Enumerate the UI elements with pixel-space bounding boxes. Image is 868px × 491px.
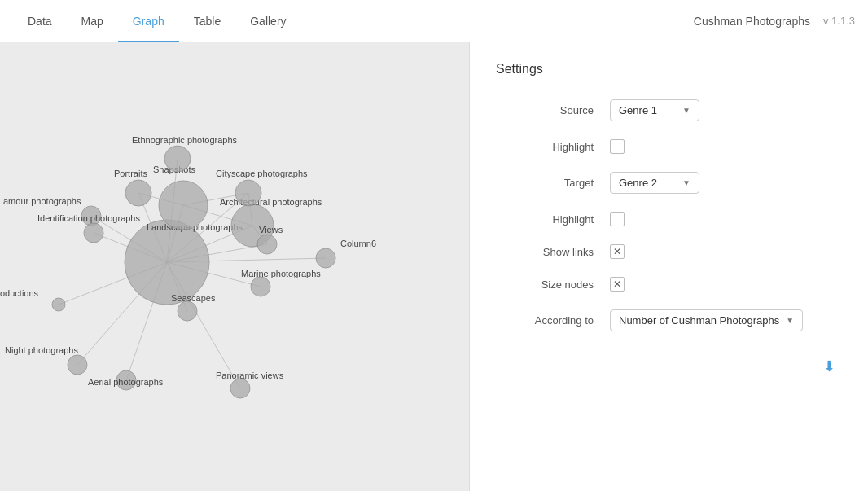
svg-text:Aerial photographs: Aerial photographs <box>88 377 164 387</box>
target-highlight-label: Highlight <box>496 213 594 226</box>
nav-item-gallery[interactable]: Gallery <box>235 0 300 42</box>
show-links-label: Show links <box>496 246 594 258</box>
target-label: Target <box>496 177 594 189</box>
svg-text:oductions: oductions <box>0 288 39 298</box>
svg-text:Ethnographic photographs: Ethnographic photographs <box>132 135 238 145</box>
size-nodes-control: ✕ <box>610 277 625 292</box>
settings-title: Settings <box>496 62 842 77</box>
according-to-label: According to <box>496 314 594 327</box>
target-dropdown[interactable]: Genre 2 ▼ <box>610 172 699 194</box>
nav-label-data: Data <box>28 15 52 28</box>
source-highlight-control <box>610 139 625 154</box>
according-to-arrow: ▼ <box>786 316 794 325</box>
svg-text:Cityscape photographs: Cityscape photographs <box>216 169 308 178</box>
svg-text:Night photographs: Night photographs <box>5 345 78 355</box>
size-nodes-checkbox[interactable]: ✕ <box>610 277 625 292</box>
target-highlight-control <box>610 212 625 226</box>
size-nodes-row: Size nodes ✕ <box>496 277 842 292</box>
nav-label-table: Table <box>194 15 221 28</box>
according-to-dropdown[interactable]: Number of Cushman Photographs ▼ <box>610 309 803 331</box>
svg-text:Marine photographs: Marine photographs <box>241 269 321 278</box>
nav-item-data[interactable]: Data <box>13 0 67 42</box>
according-to-control: Number of Cushman Photographs ▼ <box>610 309 803 331</box>
app-title: Cushman Photographs <box>694 15 810 28</box>
source-label: Source <box>496 104 594 116</box>
target-value: Genre 2 <box>619 177 657 189</box>
nav-label-gallery: Gallery <box>250 15 286 28</box>
nav-item-map[interactable]: Map <box>67 0 118 42</box>
source-row: Source Genre 1 ▼ <box>496 99 842 121</box>
svg-point-36 <box>257 235 277 254</box>
source-highlight-checkbox[interactable] <box>610 139 625 154</box>
nav-label-map: Map <box>81 15 103 28</box>
svg-point-30 <box>235 180 261 206</box>
according-to-row: According to Number of Cushman Photograp… <box>496 309 842 331</box>
nav-label-graph: Graph <box>133 15 164 28</box>
svg-point-50 <box>52 298 65 311</box>
show-links-checkbox[interactable]: ✕ <box>610 244 625 259</box>
svg-point-40 <box>251 277 270 296</box>
svg-point-48 <box>68 355 87 375</box>
target-highlight-checkbox[interactable] <box>610 212 625 226</box>
main-content: Landscape photographsSnapshotsArchitectu… <box>0 42 868 491</box>
graph-area[interactable]: Landscape photographsSnapshotsArchitectu… <box>0 42 469 491</box>
source-highlight-label: Highlight <box>496 141 594 153</box>
svg-text:Column6: Column6 <box>340 239 376 248</box>
show-links-control: ✕ <box>610 244 625 259</box>
target-dropdown-arrow: ▼ <box>682 178 690 187</box>
app-version: v 1.1.3 <box>823 15 855 27</box>
svg-point-26 <box>125 180 151 206</box>
target-row: Target Genre 2 ▼ <box>496 172 842 194</box>
svg-point-42 <box>178 301 197 321</box>
settings-panel: Settings Source Genre 1 ▼ Highlight Targ… <box>469 42 868 491</box>
source-control: Genre 1 ▼ <box>610 99 699 121</box>
svg-text:amour photographs: amour photographs <box>3 196 81 206</box>
svg-text:Identification photographs: Identification photographs <box>37 213 140 223</box>
svg-point-28 <box>164 146 191 172</box>
graph-svg: Landscape photographsSnapshotsArchitectu… <box>0 42 469 491</box>
svg-point-38 <box>316 248 335 268</box>
svg-point-22 <box>159 181 208 230</box>
target-highlight-row: Highlight <box>496 212 842 226</box>
nav-item-table[interactable]: Table <box>179 0 235 42</box>
svg-text:Views: Views <box>259 225 283 235</box>
svg-text:Portraits: Portraits <box>114 169 147 178</box>
size-nodes-label: Size nodes <box>496 278 594 291</box>
svg-text:Panoramic views: Panoramic views <box>216 370 284 380</box>
nav-item-graph[interactable]: Graph <box>118 0 179 42</box>
svg-point-34 <box>84 223 103 243</box>
source-value: Genre 1 <box>619 104 657 116</box>
source-dropdown[interactable]: Genre 1 ▼ <box>610 99 699 121</box>
source-dropdown-arrow: ▼ <box>682 106 690 115</box>
svg-text:Architectural photographs: Architectural photographs <box>220 197 322 207</box>
according-to-value: Number of Cushman Photographs <box>619 314 779 327</box>
svg-point-44 <box>230 379 250 398</box>
svg-point-20 <box>125 220 209 305</box>
top-nav: Data Map Graph Table Gallery Cushman Pho… <box>0 0 868 42</box>
source-highlight-row: Highlight <box>496 139 842 154</box>
svg-text:Seascapes: Seascapes <box>171 293 216 303</box>
target-control: Genre 2 ▼ <box>610 172 699 194</box>
download-icon[interactable]: ⬇ <box>823 357 835 375</box>
show-links-row: Show links ✕ <box>496 244 842 259</box>
